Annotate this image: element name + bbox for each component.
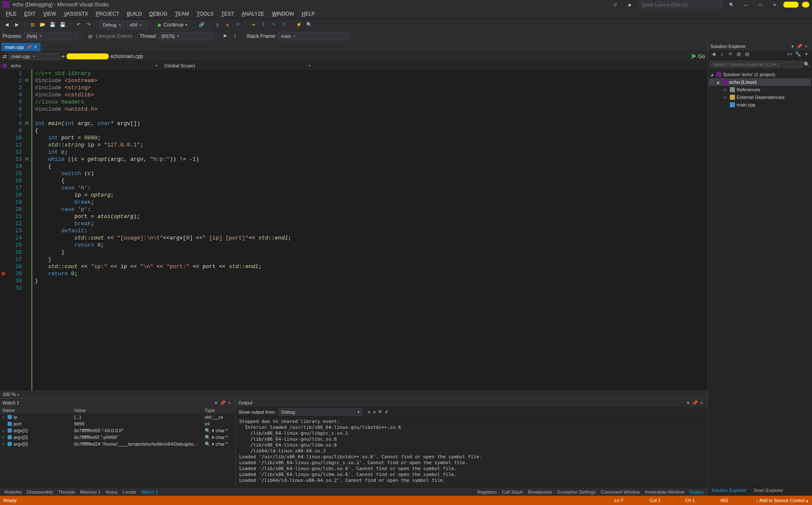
pin-icon[interactable]: 📌 — [692, 400, 698, 406]
tree-references[interactable]: ▷ References — [709, 86, 811, 93]
tooltab-modules[interactable]: Modules — [2, 489, 24, 495]
lifecycle-events-icon[interactable]: ▦ — [86, 32, 94, 40]
thread-flag-icon[interactable]: ⚑ — [221, 32, 229, 40]
code-line[interactable]: return 0; — [35, 270, 708, 277]
step-into-button[interactable]: ↧ — [259, 21, 267, 29]
code-line[interactable]: #include <cstdlib> — [35, 91, 708, 98]
code-line[interactable]: } — [35, 256, 708, 263]
maximize-button[interactable]: □ — [755, 1, 766, 8]
tooltab-watch-1[interactable]: Watch 1 — [139, 489, 160, 495]
output-wrap-icon[interactable]: ↲ — [385, 409, 388, 415]
continue-button[interactable]: ▶ Continue ▾ — [155, 20, 190, 29]
code-line[interactable]: default: — [35, 227, 708, 234]
notifications-icon[interactable]: ▽ — [610, 1, 621, 8]
output-text[interactable]: Stopped due to shared library event: Inf… — [236, 417, 708, 487]
va-refactor-icon[interactable]: ⚡ — [295, 21, 303, 29]
nav-fwd-button[interactable]: ▶ — [13, 21, 21, 29]
code-line[interactable]: return 0; — [35, 242, 708, 249]
stop-debug-button[interactable]: ■ — [223, 21, 232, 29]
go-label[interactable]: Go — [698, 53, 705, 59]
close-icon[interactable]: × — [803, 44, 809, 49]
tooltab-output[interactable]: Output — [687, 489, 706, 495]
watch-row[interactable]: ▷argv[2]0x7fffffffed5f "-p9999"🔍 ▾ char … — [0, 434, 235, 441]
process-combo[interactable]: [N/A] — [24, 32, 79, 40]
tree-file-maincpp[interactable]: main.cpp — [709, 101, 811, 109]
close-icon[interactable]: × — [226, 400, 233, 405]
file-dropdown[interactable]: main.cpp — [8, 53, 59, 60]
code-line[interactable]: int main(int argc, char* argv[]) — [35, 120, 708, 127]
save-all-icon[interactable]: 💾 — [59, 21, 67, 29]
nav-back-button[interactable]: ◀ — [3, 21, 11, 29]
menu-test[interactable]: TEST — [218, 10, 238, 18]
undo-icon[interactable]: ↶ — [74, 21, 83, 29]
watch-row[interactable]: ▷argv[1]0x7fffffffed55 "-h0.0.0.0"🔍 ▾ ch… — [0, 427, 235, 434]
watch-col-name[interactable]: Name — [0, 408, 72, 413]
project-scope-dropdown[interactable]: echo — [8, 62, 160, 69]
breakpoint-icon[interactable] — [1, 271, 5, 276]
pane-dropdown-icon[interactable]: ▾ — [789, 44, 796, 49]
solution-tree[interactable]: ◢ Solution 'echo' (1 project) ◢ echo (Li… — [708, 69, 812, 486]
code-line[interactable]: } — [35, 249, 708, 256]
menu-help[interactable]: HELP — [298, 10, 318, 18]
menu-build[interactable]: BUILD — [123, 10, 145, 18]
se-sync-icon[interactable]: ⟳ — [727, 51, 734, 59]
code-line[interactable]: { — [35, 177, 708, 184]
tooltab-locals[interactable]: Locals — [120, 489, 139, 495]
se-showall-icon[interactable]: ▤ — [743, 51, 751, 59]
tooltab-exception-settings[interactable]: Exception Settings — [555, 489, 598, 495]
code-editor[interactable]: 1234567891011121314151617181920212223242… — [0, 70, 708, 391]
code-line[interactable]: ip = optarg; — [35, 191, 708, 199]
tooltab-registers[interactable]: Registers — [475, 489, 499, 495]
tooltab-call-stack[interactable]: Call Stack — [499, 489, 526, 495]
output-prev-icon[interactable]: ≡ — [373, 409, 376, 415]
code-line[interactable]: } — [35, 277, 708, 284]
outline-toggle[interactable]: ⊟ — [25, 156, 31, 163]
output-from-combo[interactable]: Debug — [278, 408, 363, 416]
code-line[interactable]: port = atoi(optarg); — [35, 213, 708, 220]
tree-external-deps[interactable]: ▷ External Dependencies — [709, 93, 811, 101]
code-line[interactable]: case 'p': — [35, 206, 708, 213]
watch-col-type[interactable]: Type — [202, 408, 232, 413]
code-line[interactable]: while ((c = getopt(argc, argv, "h:p:")) … — [35, 156, 708, 163]
se-more-icon[interactable]: ▾ — [803, 51, 810, 59]
show-next-stmt-icon[interactable]: ➔ — [249, 21, 257, 29]
outline-toggle[interactable]: ⊟ — [25, 77, 31, 84]
save-icon[interactable]: 💾 — [48, 21, 57, 29]
pane-dropdown-icon[interactable]: ▾ — [685, 400, 692, 406]
thread-combo[interactable]: [8376] — [159, 32, 214, 40]
platform-combo[interactable]: x64 — [127, 21, 148, 29]
watch-row[interactable]: ▷argv[0]0x7fffffffed24 "/home/____/proje… — [0, 441, 235, 447]
menu-team[interactable]: TEAM — [171, 10, 192, 18]
minimize-button[interactable]: — — [740, 1, 751, 8]
quick-launch-search-icon[interactable]: 🔍 — [726, 1, 737, 8]
tooltab-breakpoints[interactable]: Breakpoints — [525, 489, 555, 495]
pin-icon[interactable]: 📌 — [796, 44, 803, 49]
code-line[interactable]: int port = 8080; — [35, 134, 708, 141]
code-line[interactable]: break; — [35, 199, 708, 206]
code-line[interactable]: break; — [35, 220, 708, 227]
se-collapse-icon[interactable]: ▥ — [735, 51, 743, 59]
code-line[interactable]: #include <string> — [35, 84, 708, 91]
tooltab-threads[interactable]: Threads — [56, 489, 77, 495]
search-icon[interactable]: 🔍 — [803, 61, 810, 67]
output-clear-icon[interactable]: ✕ — [378, 409, 382, 415]
close-icon[interactable]: × — [698, 400, 705, 405]
browser-link-icon[interactable]: 🔗 — [198, 21, 206, 29]
step-out-button[interactable]: ↥ — [279, 21, 288, 29]
se-search-input[interactable] — [710, 61, 803, 68]
watch-col-value[interactable]: Value — [72, 408, 202, 413]
stackframe-combo[interactable]: main — [278, 32, 350, 40]
menu-window[interactable]: WINDOW — [269, 10, 298, 18]
tree-project[interactable]: ◢ echo (Linux) — [709, 78, 811, 86]
pane-dropdown-icon[interactable]: ▾ — [213, 400, 219, 406]
se-home-icon[interactable]: ⌂ — [718, 51, 726, 59]
code-line[interactable]: std::cout << "[usage]:\n\t"<<argv[0] <<"… — [35, 234, 708, 242]
open-file-icon[interactable]: 📂 — [38, 21, 47, 29]
tab-team-explorer[interactable]: Team Explorer — [750, 487, 787, 496]
close-tab-icon[interactable]: × — [34, 44, 37, 50]
break-all-button[interactable]: ⏸ — [213, 21, 222, 29]
code-line[interactable]: std::string ip = "127.0.0.1"; — [35, 141, 708, 149]
pin-icon[interactable]: 📌 — [27, 45, 32, 50]
code-line[interactable]: case 'h': — [35, 184, 708, 191]
document-tab-maincpp[interactable]: main.cpp 📌 × — [2, 43, 40, 51]
